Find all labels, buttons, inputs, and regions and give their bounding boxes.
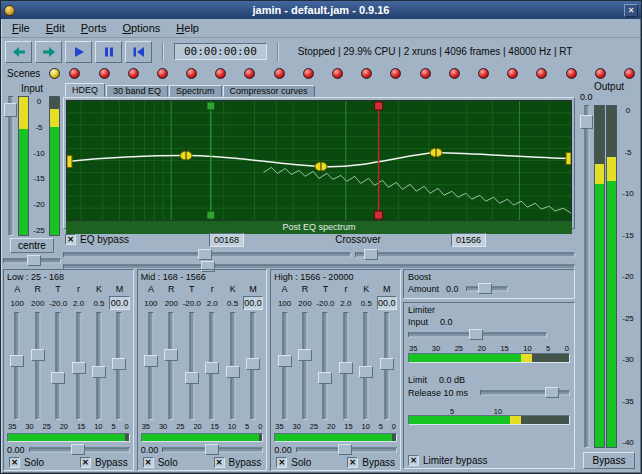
scene-led[interactable] [624, 68, 635, 79]
scene-led[interactable] [361, 68, 372, 79]
input-balance-slider[interactable] [3, 255, 61, 266]
scene-led[interactable] [157, 68, 168, 79]
fader-handle[interactable] [580, 115, 593, 129]
scene-led[interactable] [507, 68, 518, 79]
ratio-slider[interactable] [339, 312, 353, 420]
checkbox-box[interactable]: ✕ [65, 234, 76, 245]
scene-led[interactable] [128, 68, 139, 79]
hdeq-graph[interactable] [66, 100, 572, 221]
slider-handle[interactable] [478, 283, 492, 294]
eq-bypass-checkbox[interactable]: ✕ EQ bypass [65, 234, 129, 245]
slider-handle[interactable] [278, 355, 292, 367]
slider-handle[interactable] [318, 372, 332, 384]
slider-handle[interactable] [198, 249, 212, 260]
scene-led[interactable] [215, 68, 226, 79]
slider-handle[interactable] [92, 366, 106, 378]
slider-handle[interactable] [144, 355, 158, 367]
play-button[interactable] [65, 41, 92, 63]
scene-led[interactable] [536, 68, 547, 79]
slider-handle[interactable] [27, 255, 41, 266]
low-crossover-slider[interactable] [63, 249, 351, 260]
scene-led[interactable] [595, 68, 606, 79]
slider-handle[interactable] [10, 355, 24, 367]
scene-led[interactable] [390, 68, 401, 79]
slider-handle[interactable] [205, 444, 219, 455]
limiter-bypass-checkbox[interactable]: ✕ Limiter bypass [408, 455, 570, 466]
menu-options[interactable]: Options [114, 20, 168, 36]
tab-hdeq[interactable]: HDEQ [65, 83, 105, 97]
rewind-button[interactable] [125, 41, 152, 63]
makeup-slider[interactable] [112, 312, 126, 420]
scene-led[interactable] [244, 68, 255, 79]
slider-handle[interactable] [364, 249, 378, 260]
solo-checkbox[interactable]: ✕ Solo [9, 457, 44, 468]
limiter-input-slider[interactable] [408, 329, 547, 340]
scene-led[interactable] [478, 68, 489, 79]
menu-help[interactable]: Help [168, 20, 207, 36]
scene-led[interactable] [332, 68, 343, 79]
scene-led[interactable] [274, 68, 285, 79]
slider-handle[interactable] [226, 366, 240, 378]
knee-slider[interactable] [359, 312, 373, 420]
slider-handle[interactable] [205, 362, 219, 374]
scene-led[interactable] [420, 68, 431, 79]
slider-handle[interactable] [31, 349, 45, 361]
scene-led[interactable] [566, 68, 577, 79]
attack-slider[interactable] [278, 312, 292, 420]
makeup-slider[interactable] [246, 312, 260, 420]
solo-checkbox[interactable]: ✕ Solo [276, 457, 311, 468]
checkbox-box[interactable]: ✕ [9, 457, 20, 468]
knee-slider[interactable] [92, 312, 106, 420]
release-slider[interactable] [31, 312, 45, 420]
output-bypass-button[interactable]: Bypass [583, 452, 635, 469]
slider-handle[interactable] [71, 444, 85, 455]
tab-compressor-curves[interactable]: Compressor curves [223, 85, 315, 97]
centre-button[interactable]: centre [10, 238, 54, 253]
threshold-slider[interactable] [51, 312, 65, 420]
attack-slider[interactable] [10, 312, 24, 420]
limiter-release-slider[interactable] [480, 387, 570, 398]
slider-handle[interactable] [112, 358, 126, 370]
checkbox-box[interactable]: ✕ [276, 457, 287, 468]
menu-ports[interactable]: Ports [73, 20, 115, 36]
pause-button[interactable] [95, 41, 122, 63]
input-gain-fader[interactable] [4, 96, 17, 236]
release-slider[interactable] [298, 312, 312, 420]
undo-button[interactable] [5, 41, 32, 63]
eq-edge-handle-left[interactable] [67, 156, 72, 168]
knee-slider[interactable] [226, 312, 240, 420]
checkbox-box[interactable]: ✕ [143, 457, 154, 468]
menu-edit[interactable]: Edit [38, 20, 73, 36]
titlebar[interactable]: jamin - default.jam - 0.9.16 ✕ [1, 1, 641, 19]
slider-handle[interactable] [380, 358, 394, 370]
slider-handle[interactable] [164, 349, 178, 361]
fader-handle[interactable] [4, 103, 17, 117]
tab-spectrum[interactable]: Spectrum [169, 85, 222, 97]
comp-gain-slider[interactable] [296, 444, 397, 455]
boost-amount-slider[interactable] [466, 283, 508, 294]
slider-handle[interactable] [339, 362, 353, 374]
comp-gain-slider[interactable] [162, 444, 263, 455]
menu-file[interactable]: File [4, 20, 38, 36]
scene-led[interactable] [69, 68, 80, 79]
output-gain-fader[interactable] [580, 105, 593, 448]
slider-handle[interactable] [246, 358, 260, 370]
ratio-slider[interactable] [205, 312, 219, 420]
makeup-slider[interactable] [380, 312, 394, 420]
slider-handle[interactable] [469, 329, 483, 340]
comp-bypass-checkbox[interactable]: ✕ Bypass [347, 457, 395, 468]
scene-led[interactable] [186, 68, 197, 79]
slider-handle[interactable] [359, 366, 373, 378]
threshold-slider[interactable] [185, 312, 199, 420]
slider-handle[interactable] [338, 444, 352, 455]
scene-led[interactable] [449, 68, 460, 79]
close-button[interactable]: ✕ [624, 4, 638, 17]
comp-gain-slider[interactable] [29, 444, 130, 455]
eq-graph-canvas[interactable] [67, 101, 571, 220]
solo-checkbox[interactable]: ✕ Solo [143, 457, 178, 468]
checkbox-box[interactable]: ✕ [80, 457, 91, 468]
scene-led[interactable] [99, 68, 110, 79]
release-slider[interactable] [164, 312, 178, 420]
slider-handle[interactable] [72, 362, 86, 374]
checkbox-box[interactable]: ✕ [214, 457, 225, 468]
